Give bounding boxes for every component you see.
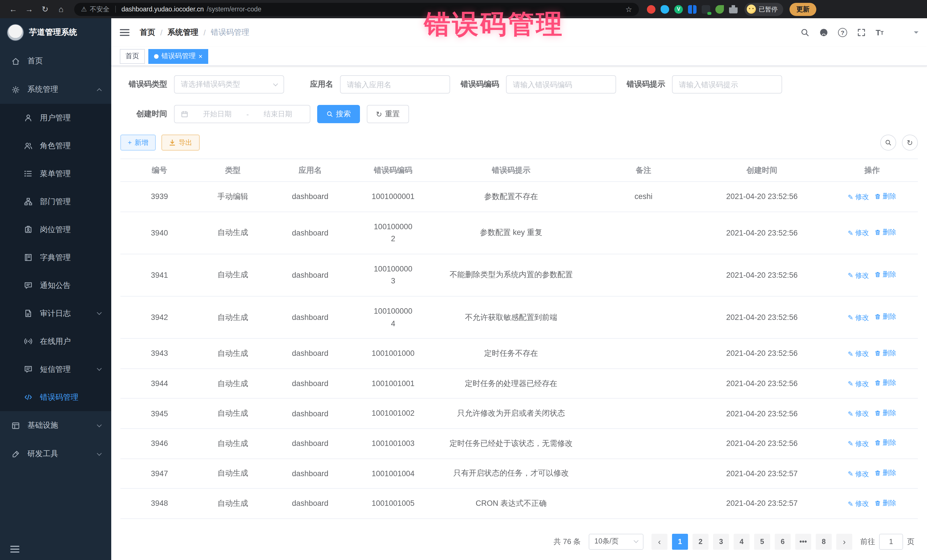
error-msg-input[interactable]: [679, 80, 775, 89]
edit-button[interactable]: ✎修改: [848, 409, 869, 419]
warning-icon: ⚠: [81, 5, 87, 13]
hamburger-icon[interactable]: [120, 29, 129, 36]
extension-icon-red[interactable]: [647, 5, 655, 14]
error-type-select[interactable]: 请选择错误码类型: [174, 75, 284, 94]
page-button-3[interactable]: 3: [713, 533, 729, 549]
extension-icon-leaf[interactable]: [715, 5, 724, 14]
sidebar-item-notices[interactable]: 通知公告: [0, 272, 111, 299]
search-button[interactable]: 搜索: [317, 105, 360, 123]
address-bar[interactable]: ⚠ 不安全 dashboard.yudao.iocoder.cn /system…: [74, 3, 639, 16]
sidebar-item-audit-logs[interactable]: 审计日志: [0, 299, 111, 327]
breadcrumb-home[interactable]: 首页: [140, 27, 155, 38]
delete-button[interactable]: 删除: [874, 228, 896, 237]
page-button-8[interactable]: 8: [816, 533, 832, 549]
table-row: 3942 自动生成 dashboard 100100000 4 不允许获取敏感配…: [120, 296, 918, 338]
sidebar-collapse-toggle[interactable]: [0, 538, 111, 560]
page-button-1[interactable]: 1: [672, 533, 688, 549]
browser-back-button[interactable]: ←: [6, 2, 21, 17]
tab-error-codes[interactable]: 错误码管理 ×: [148, 49, 208, 64]
bookmark-star-icon[interactable]: ☆: [626, 5, 632, 14]
edit-button[interactable]: ✎修改: [848, 192, 869, 202]
extension-icon-check[interactable]: V: [674, 5, 683, 14]
edit-button[interactable]: ✎修改: [848, 439, 869, 449]
breadcrumb-system[interactable]: 系统管理: [168, 27, 199, 38]
refresh-table-button[interactable]: ↻: [902, 135, 918, 150]
sidebar-item-devtools[interactable]: 研发工具: [0, 440, 111, 468]
extension-icon-switch[interactable]: [702, 5, 710, 14]
calendar-icon: [181, 110, 188, 118]
sidebar-logo[interactable]: 芋道管理系统: [0, 18, 111, 47]
edit-button[interactable]: ✎修改: [848, 270, 869, 280]
close-icon[interactable]: ×: [199, 53, 202, 59]
page-size-select[interactable]: 10条/页: [589, 533, 643, 549]
sidebar-item-error-codes[interactable]: 错误码管理: [0, 383, 111, 411]
date-range-picker[interactable]: 开始日期 - 结束日期: [174, 105, 310, 123]
browser-forward-button[interactable]: →: [22, 2, 36, 17]
table-row: 3945 自动生成 dashboard 1001001002 只允许修改为开启或…: [120, 399, 918, 428]
sidebar-item-sms[interactable]: 短信管理: [0, 355, 111, 383]
browser-reload-button[interactable]: ↻: [38, 2, 53, 17]
sidebar-item-positions[interactable]: 岗位管理: [0, 216, 111, 243]
sidebar-item-users[interactable]: 用户管理: [0, 104, 111, 132]
sidebar-item-departments[interactable]: 部门管理: [0, 188, 111, 216]
sidebar-item-online-users[interactable]: 在线用户: [0, 327, 111, 355]
user-avatar-menu[interactable]: [894, 24, 918, 41]
delete-button[interactable]: 删除: [874, 468, 896, 478]
page-ellipsis[interactable]: •••: [795, 533, 811, 549]
font-size-icon[interactable]: TT: [876, 29, 884, 36]
page-button-6[interactable]: 6: [775, 533, 791, 549]
sidebar-item-roles[interactable]: 角色管理: [0, 132, 111, 160]
sidebar-item-menus[interactable]: 菜单管理: [0, 160, 111, 188]
delete-button[interactable]: 删除: [874, 312, 896, 322]
extension-icon-drop[interactable]: [661, 5, 669, 14]
app-name-input[interactable]: [347, 80, 443, 89]
edit-button[interactable]: ✎修改: [848, 469, 869, 479]
trash-icon: [874, 272, 881, 278]
header: 首页 / 系统管理 / 错误码管理 ?: [111, 18, 927, 47]
next-page-button[interactable]: ›: [836, 533, 852, 549]
add-button[interactable]: + 新增: [120, 135, 156, 150]
prev-page-button[interactable]: ‹: [652, 533, 667, 549]
edit-button[interactable]: ✎修改: [848, 349, 869, 359]
toggle-search-button[interactable]: [880, 135, 896, 150]
delete-button[interactable]: 删除: [874, 270, 896, 279]
fullscreen-icon[interactable]: [857, 28, 866, 37]
edit-button[interactable]: ✎修改: [848, 379, 869, 389]
delete-button[interactable]: 删除: [874, 408, 896, 418]
browser-profile-chip[interactable]: 已暂停: [745, 3, 783, 16]
delete-button[interactable]: 删除: [874, 191, 896, 201]
extensions-puzzle-icon[interactable]: [729, 5, 738, 14]
col-msg: 错误码提示: [433, 159, 589, 182]
sidebar-item-infrastructure[interactable]: 基础设施: [0, 411, 111, 440]
reset-button[interactable]: ↻ 重置: [367, 105, 409, 123]
sidebar-item-system[interactable]: 系统管理: [0, 75, 111, 104]
edit-button[interactable]: ✎修改: [848, 313, 869, 323]
chevron-down-icon: [97, 310, 102, 315]
export-button[interactable]: 导出: [161, 135, 200, 150]
delete-button[interactable]: 删除: [874, 378, 896, 388]
browser-update-button[interactable]: 更新: [790, 3, 816, 16]
sidebar-item-home[interactable]: 首页: [0, 47, 111, 75]
gear-icon: [11, 85, 20, 94]
error-code-input[interactable]: [513, 80, 609, 89]
chevron-down-icon: [97, 422, 102, 427]
page-button-4[interactable]: 4: [734, 533, 749, 549]
page-button-5[interactable]: 5: [754, 533, 770, 549]
infrastructure-icon: [11, 421, 20, 430]
jump-page-input[interactable]: [879, 533, 903, 549]
help-icon[interactable]: ?: [838, 28, 847, 37]
delete-button[interactable]: 删除: [874, 498, 896, 508]
delete-button[interactable]: 删除: [874, 438, 896, 448]
search-icon[interactable]: [800, 28, 810, 37]
active-dot-icon: [154, 54, 159, 58]
edit-button[interactable]: ✎修改: [848, 228, 869, 238]
tab-home[interactable]: 首页: [120, 49, 145, 64]
sidebar-item-dictionary[interactable]: 字典管理: [0, 243, 111, 272]
extension-icon-grid[interactable]: [688, 5, 696, 14]
github-icon[interactable]: [819, 28, 828, 37]
tools-icon: [11, 450, 20, 458]
edit-button[interactable]: ✎修改: [848, 499, 869, 509]
page-button-2[interactable]: 2: [693, 533, 708, 549]
browser-home-button[interactable]: ⌂: [54, 2, 68, 17]
delete-button[interactable]: 删除: [874, 348, 896, 358]
